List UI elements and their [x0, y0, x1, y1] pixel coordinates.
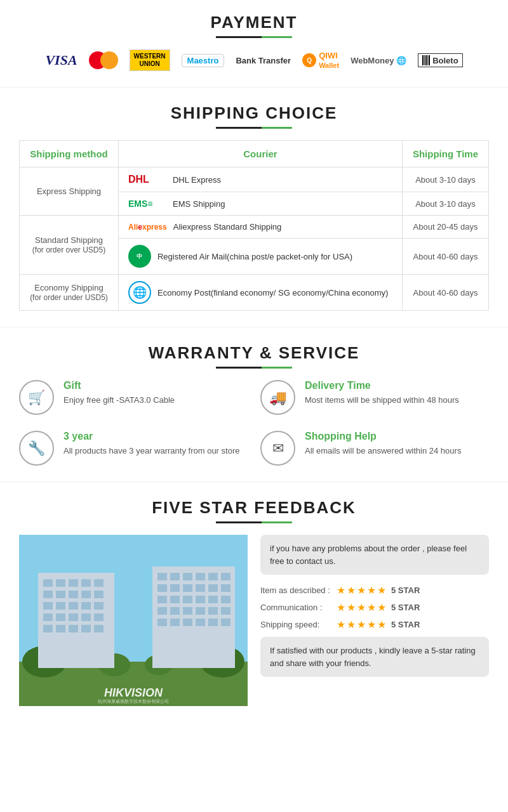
svg-text:HIKVISION: HIKVISION — [104, 686, 163, 699]
svg-rect-25 — [81, 613, 91, 621]
svg-rect-62 — [221, 619, 231, 626]
boleto-logo: Boleto — [418, 53, 462, 67]
boleto-text: Boleto — [432, 56, 458, 65]
svg-rect-37 — [208, 573, 218, 580]
ems-name: EMS Shipping — [173, 199, 225, 209]
svg-rect-55 — [208, 607, 218, 615]
bank-transfer-logo: Bank Transfer — [236, 56, 291, 65]
svg-rect-14 — [69, 591, 78, 598]
speech-bubble: if you have any problems about the order… — [260, 535, 489, 575]
qiwi-icon: Q — [302, 53, 316, 67]
svg-rect-61 — [208, 619, 218, 626]
svg-rect-31 — [94, 625, 104, 632]
svg-rect-12 — [43, 591, 53, 598]
svg-rect-32 — [152, 566, 235, 668]
gift-text: Gift Enjoy free gift -SATA3.0 Cable — [64, 380, 175, 407]
table-row: Standard Shipping(for order over USD5) A… — [20, 216, 489, 239]
feedback-title: FIVE STAR FEEDBACK — [19, 498, 489, 518]
mastercard-logo — [89, 51, 118, 69]
svg-rect-41 — [183, 584, 192, 592]
star-icon: ★ — [367, 601, 376, 613]
svg-rect-17 — [43, 602, 53, 610]
svg-rect-8 — [56, 579, 65, 587]
rating-value-1: 5 STAR — [391, 586, 420, 595]
svg-rect-19 — [69, 602, 78, 610]
rating-value-3: 5 STAR — [391, 620, 420, 629]
help-text: Shopping Help All emails will be answere… — [305, 431, 461, 457]
warranty-title: WARRANTY & SERVICE — [19, 343, 489, 363]
qiwi-text: QIWIWallet — [319, 51, 339, 70]
star-icon: ★ — [337, 601, 345, 613]
svg-rect-59 — [183, 619, 192, 626]
feedback-underline — [19, 521, 489, 523]
gift-title: Gift — [64, 380, 175, 391]
table-row: Economy Shipping(for order under USD5) 🌐… — [20, 275, 489, 311]
un-logo: 🌐 — [128, 281, 151, 304]
svg-rect-53 — [183, 607, 192, 615]
svg-rect-49 — [208, 596, 218, 603]
delivery-icon: 🚚 — [260, 380, 295, 415]
star-icon: ★ — [347, 584, 356, 596]
feedback-section: FIVE STAR FEEDBACK — [0, 482, 508, 725]
rating-row-shipping: Shipping speed: ★ ★ ★ ★ ★ 5 STAR — [260, 619, 489, 631]
dhl-courier-cell: DHL DHL Express — [118, 167, 402, 192]
svg-rect-60 — [196, 619, 205, 626]
chinapost-time: About 40-60 days — [402, 239, 488, 275]
svg-rect-42 — [196, 584, 205, 592]
svg-rect-26 — [94, 613, 104, 621]
ali-time: About 20-45 days — [402, 216, 488, 239]
underline-bar-3 — [216, 367, 292, 369]
svg-rect-36 — [196, 573, 205, 580]
svg-rect-39 — [157, 584, 167, 592]
mc-yellow-circle — [100, 51, 118, 69]
svg-rect-45 — [157, 596, 167, 603]
col-courier: Courier — [118, 141, 402, 167]
building-image: HIKVISION 杭州海康威视数字技术股份有限公司 — [19, 535, 248, 706]
delivery-title: Delivery Time — [305, 380, 459, 391]
ems-logo: EMS≡ — [128, 199, 166, 209]
stars-2: ★ ★ ★ ★ ★ — [337, 601, 386, 613]
economy-name: Economy Post(finland economy/ SG economy… — [157, 288, 388, 298]
gift-description: Enjoy free gift -SATA3.0 Cable — [64, 394, 175, 407]
svg-rect-40 — [170, 584, 180, 592]
svg-text:杭州海康威视数字技术股份有限公司: 杭州海康威视数字技术股份有限公司 — [97, 699, 169, 704]
shipping-underline — [19, 127, 489, 129]
warranty-underline — [19, 367, 489, 369]
webmoney-logo: WebMoney 🌐 — [351, 56, 406, 65]
star-icon: ★ — [357, 584, 366, 596]
express-method-cell: Express Shipping — [20, 167, 119, 216]
rating-label-2: Communication : — [260, 603, 337, 612]
payment-logos-container: VISA WESTERNUNION Maestro Bank Transfer … — [19, 49, 489, 71]
china-post-logo: 中 — [128, 245, 151, 268]
underline-bar-4 — [216, 521, 292, 523]
svg-rect-29 — [69, 625, 78, 632]
svg-rect-43 — [208, 584, 218, 592]
warranty-icon: 🔧 — [19, 431, 54, 466]
shipping-title: SHIPPING CHOICE — [19, 103, 489, 123]
svg-rect-38 — [221, 573, 231, 580]
svg-rect-33 — [157, 573, 167, 580]
economy-time: About 40-60 days — [402, 275, 488, 311]
ali-name: Aliexpress Standard Shipping — [173, 222, 282, 232]
payment-title: PAYMENT — [19, 13, 489, 32]
star-icon: ★ — [377, 584, 386, 596]
payment-underline — [19, 36, 489, 38]
dhl-time: About 3-10 days — [402, 167, 488, 192]
warranty-grid: 🛒 Gift Enjoy free gift -SATA3.0 Cable 🚚 … — [19, 380, 489, 466]
star-icon: ★ — [367, 619, 376, 631]
star-icon: ★ — [377, 601, 386, 613]
dhl-logo: DHL — [128, 174, 166, 185]
rating-value-2: 5 STAR — [391, 603, 420, 612]
svg-rect-18 — [56, 602, 65, 610]
underline-bar-2 — [216, 127, 292, 129]
shipping-table: Shipping method Courier Shipping Time Ex… — [19, 140, 489, 311]
star-icon: ★ — [377, 619, 386, 631]
chinapost-name: Registered Air Mail(china post/e packet-… — [157, 252, 352, 261]
svg-rect-50 — [221, 596, 231, 603]
help-title: Shopping Help — [305, 431, 461, 442]
aliexpress-logo: Aliexpress — [128, 223, 167, 232]
gift-icon: 🛒 — [19, 380, 54, 415]
svg-rect-9 — [69, 579, 78, 587]
star-icon: ★ — [347, 601, 356, 613]
rating-row-item: Item as described : ★ ★ ★ ★ ★ 5 STAR — [260, 584, 489, 596]
